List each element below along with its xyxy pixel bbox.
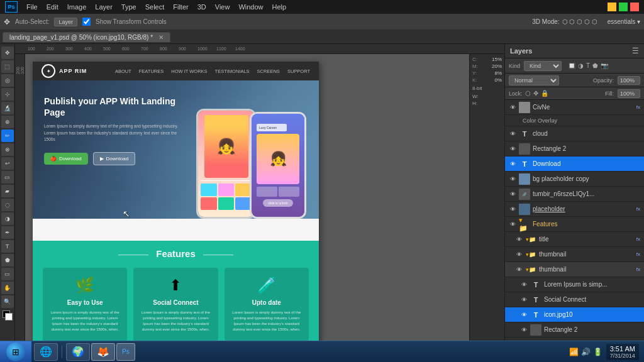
eye-icon[interactable]: 👁 (509, 190, 516, 198)
eye-icon[interactable]: 👁 (509, 206, 516, 213)
nav-testimonials[interactable]: TESTIMONIALS (215, 69, 250, 74)
c-label: C: (472, 57, 477, 62)
menu-file[interactable]: File (26, 3, 38, 11)
nav-screens[interactable]: SCREENS (257, 69, 280, 74)
fill-input[interactable] (618, 89, 640, 98)
layer-item-title[interactable]: 👁 ▾📁 title fx (505, 232, 644, 247)
start-button[interactable]: ⊞ (0, 341, 31, 363)
menu-3d[interactable]: 3D (197, 3, 206, 11)
layer-item[interactable]: 👁 CivNe fx (505, 100, 644, 115)
filter-shape-icon[interactable]: ⬟ (592, 62, 598, 69)
blend-mode-select[interactable]: Normal (509, 75, 559, 85)
layer-item-lorem[interactable]: 👁 T Lorem Ipsum is simp... (505, 277, 644, 292)
canvas-scroll-area[interactable]: ✦ APP RIM ABOUT FEATURES HOW IT WORKS TE… (25, 54, 469, 362)
layer-thumb (519, 204, 530, 215)
opacity-input[interactable] (618, 76, 640, 85)
move-tool[interactable]: ✥ (1, 47, 14, 59)
gradient-tool[interactable]: ▰ (1, 185, 14, 197)
path-tool[interactable]: ⬟ (1, 254, 14, 266)
crop-tool[interactable]: ⊹ (1, 88, 14, 101)
nav-features[interactable]: FEATURES (139, 69, 164, 74)
lasso-tool[interactable]: ◎ (1, 74, 14, 87)
fill-label: Fill: (605, 90, 614, 97)
select-tool[interactable]: ⬚ (1, 60, 14, 73)
eye-icon[interactable]: 👁 (515, 266, 523, 273)
heal-tool[interactable]: ⊕ (1, 116, 14, 128)
tools-panel: ✥ ⬚ ◎ ⊹ 🔬 ⊕ ✏ ⊗ ↩ ▭ ▰ ◌ ◑ ✒ T ⬟ ▭ ✋ 🔍 (0, 44, 15, 362)
taskbar-item-ie[interactable]: 🌐 (34, 343, 58, 361)
menu-filter[interactable]: Filter (173, 3, 188, 11)
eye-icon[interactable]: 👁 (509, 145, 516, 153)
minimize-btn[interactable] (608, 3, 616, 11)
layer-item-download[interactable]: 👁 T Download (505, 156, 644, 172)
eye-icon[interactable]: 👁 (520, 326, 528, 334)
lock-checkered-icon[interactable]: ⬡ (525, 90, 531, 97)
menu-type[interactable]: Type (121, 3, 136, 11)
download-btn-other[interactable]: ▶ Download (93, 152, 136, 165)
menu-window[interactable]: Window (238, 3, 263, 11)
menu-view[interactable]: View (215, 3, 230, 11)
menu-image[interactable]: Image (67, 3, 87, 11)
eyedropper-tool[interactable]: 🔬 (1, 102, 14, 114)
filter-smart-icon[interactable]: 📷 (601, 62, 608, 69)
brush-tool[interactable]: ✏ (1, 129, 14, 142)
layer-item[interactable]: 👁 bg placeholder copy (505, 172, 644, 187)
eye-icon[interactable]: 👁 (509, 160, 516, 168)
transform-checkbox[interactable] (82, 18, 91, 26)
panel-menu-icon[interactable]: ☰ (632, 47, 639, 55)
dodge-tool[interactable]: ◑ (1, 212, 14, 225)
lock-move-icon[interactable]: ✥ (533, 90, 538, 97)
layer-item[interactable]: 👁 placeholder fx (505, 202, 644, 217)
filter-type-icon[interactable]: T (586, 62, 590, 69)
layer-item-features[interactable]: 👁 ▾📁 Features (505, 217, 644, 232)
layer-item[interactable]: 👁 🔗 tumbir_n6rszeLIQy1... (505, 187, 644, 202)
menu-help[interactable]: Help (272, 3, 287, 11)
eye-icon[interactable]: 👁 (515, 236, 523, 243)
layer-item-rect2[interactable]: 👁 Rectangle 2 (505, 322, 644, 337)
clone-tool[interactable]: ⊗ (1, 143, 14, 156)
eye-icon[interactable]: 👁 (515, 251, 523, 258)
history-tool[interactable]: ↩ (1, 157, 14, 170)
eye-icon[interactable]: 👁 (509, 130, 516, 138)
layer-item-thumbnail2[interactable]: 👁 ▾📁 thumbnail fx (505, 262, 644, 277)
menu-layer[interactable]: Layer (95, 3, 113, 11)
tab-close-icon[interactable]: ✕ (158, 34, 164, 41)
eye-icon[interactable]: 👁 (509, 175, 516, 183)
layer-item[interactable]: 👁 T cloud (505, 126, 644, 141)
fg-bg-colors[interactable] (1, 309, 14, 322)
menu-select[interactable]: Select (145, 3, 165, 11)
type-tool[interactable]: T (1, 240, 14, 253)
taskbar-item-ps[interactable]: Ps (116, 343, 135, 361)
nav-how[interactable]: HOW IT WORKS (171, 69, 207, 74)
close-btn[interactable] (630, 3, 639, 11)
layer-item[interactable]: 👁 Rectangle 2 (505, 141, 644, 156)
download-btn-apple[interactable]: 🍎 Download (44, 153, 88, 165)
hand-tool[interactable]: ✋ (1, 282, 14, 294)
zoom-tool[interactable]: 🔍 (1, 295, 14, 308)
pen-tool[interactable]: ✒ (1, 226, 14, 239)
eraser-tool[interactable]: ▭ (1, 171, 14, 184)
lock-all-icon[interactable]: 🔒 (541, 90, 548, 97)
kind-select[interactable]: Kind (524, 61, 562, 71)
maximize-btn[interactable] (619, 3, 628, 11)
layer-item-icon-jpg[interactable]: 👁 T icon.jpg10 (505, 307, 644, 322)
eye-icon[interactable]: 👁 (520, 296, 528, 304)
eye-icon[interactable]: 👁 (509, 221, 516, 228)
eye-icon[interactable]: 👁 (509, 104, 516, 111)
layer-item-social[interactable]: 👁 T Social Connect (505, 292, 644, 307)
nav-support[interactable]: SUPPORT (287, 69, 310, 74)
filter-adj-icon[interactable]: ◑ (578, 62, 584, 69)
active-tab[interactable]: landing_page_v1.psd @ 50% (icon.jpg10, R… (3, 32, 170, 42)
menu-edit[interactable]: Edit (47, 3, 58, 11)
eye-icon[interactable]: 👁 (520, 311, 528, 319)
eye-icon[interactable]: 👁 (520, 281, 528, 288)
layer-select[interactable]: Layer (54, 18, 77, 26)
layer-item-thumbnail1[interactable]: 👁 ▾📁 thumbnail fx (505, 247, 644, 262)
nav-about[interactable]: ABOUT (115, 69, 131, 74)
blur-tool[interactable]: ◌ (1, 199, 14, 211)
filter-pixel-icon[interactable]: 🔲 (568, 62, 575, 69)
essentials-label[interactable]: essentials ▾ (608, 18, 640, 25)
taskbar-item-firefox[interactable]: 🦊 (91, 343, 115, 361)
shape-tool[interactable]: ▭ (1, 268, 14, 280)
taskbar-item-chrome[interactable]: 🌍 (66, 343, 90, 361)
